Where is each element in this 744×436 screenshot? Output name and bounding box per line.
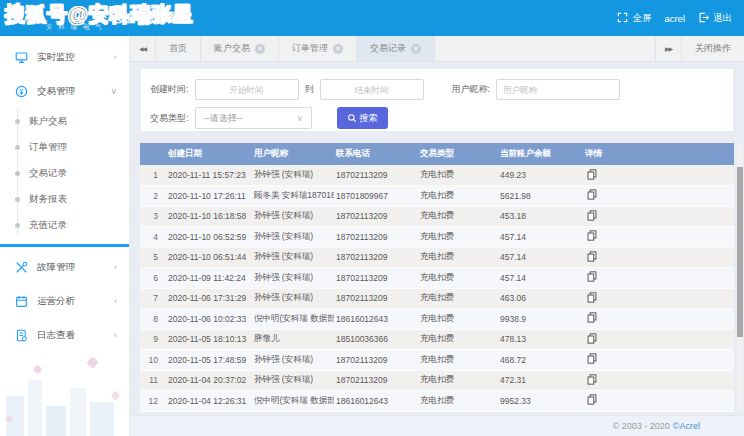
- table-row[interactable]: 22020-11-10 17:26:11顾冬美 安科瑞1870180187018…: [140, 186, 734, 207]
- cell-balance: 472.31: [498, 370, 583, 391]
- created-time-label: 创建时间:: [150, 83, 189, 96]
- cell-created-date: 2020-11-04 20:37:02: [166, 370, 252, 391]
- table-row[interactable]: 12020-11-11 15:57:23孙钟强 (安科瑞)18702113209…: [140, 165, 734, 186]
- cell-balance: 9938.9: [498, 309, 583, 330]
- end-time-input[interactable]: [320, 79, 424, 100]
- cell-phone: 18616012643: [334, 391, 418, 412]
- detail-button[interactable]: [587, 230, 597, 243]
- filter-row-1: 创建时间: 到 用户昵称:: [150, 79, 620, 100]
- cell-nickname: 孙钟强 (安科瑞): [252, 370, 334, 391]
- butterfly-shape: [86, 358, 99, 369]
- sidebar-subitem-finance-report[interactable]: 财务报表: [0, 186, 129, 212]
- cell-type: 充电扣费: [418, 370, 498, 391]
- row-index: 5: [140, 247, 166, 268]
- column-header: 用户昵称: [252, 143, 334, 165]
- detail-button[interactable]: [587, 312, 597, 325]
- sidebar-item-fault-manage[interactable]: 故障管理‹: [0, 250, 129, 284]
- detail-button[interactable]: [587, 394, 597, 407]
- table-row[interactable]: 62020-11-09 11:42:24孙钟强 (安科瑞)18702113209…: [140, 268, 734, 289]
- illustration-shape: [46, 406, 66, 436]
- search-button[interactable]: 搜索: [337, 107, 388, 129]
- column-header: 创建日期: [166, 143, 252, 165]
- tab-account-trade[interactable]: 账户交易✕: [201, 36, 279, 61]
- table-row[interactable]: 92020-11-05 18:10:13胖墩儿18510036366充电扣费47…: [140, 329, 734, 350]
- sidebar-item-trade-manage[interactable]: 交易管理∨: [0, 74, 129, 108]
- sidebar-item-log-view[interactable]: 日志查看‹: [0, 318, 129, 352]
- monitor-icon: [15, 51, 28, 64]
- sidebar-subitem-account-trade[interactable]: 账户交易: [0, 108, 129, 134]
- footer-brand-link[interactable]: ©Acrel: [673, 421, 700, 431]
- sidebar-submenu: 账户交易订单管理交易记录财务报表充值记录: [0, 108, 129, 238]
- tabs-strip: 首页账户交易✕订单管理✕交易记录✕: [156, 36, 435, 61]
- cell-type: 充电扣费: [418, 165, 498, 186]
- close-operations-button[interactable]: 关闭操作: [681, 36, 744, 61]
- table-row[interactable]: 102020-11-05 17:48:59孙钟强 (安科瑞)1870211320…: [140, 350, 734, 371]
- detail-button[interactable]: [587, 189, 597, 202]
- fullscreen-button[interactable]: 全屏: [617, 12, 651, 25]
- footer: © 2003 - 2020 ©Acrel: [130, 415, 744, 436]
- scrollbar-thumb[interactable]: [737, 167, 743, 337]
- sidebar-item-label: 交易管理: [37, 85, 75, 98]
- cell-type: 充电扣费: [418, 227, 498, 248]
- sidebar-subitem-order-manage[interactable]: 订单管理: [0, 134, 129, 160]
- table-row[interactable]: 42020-11-10 06:52:59孙钟强 (安科瑞)18702113209…: [140, 227, 734, 248]
- start-time-input[interactable]: [195, 79, 299, 100]
- row-index: 6: [140, 268, 166, 289]
- nickname-input[interactable]: [496, 79, 620, 100]
- sidebar-item-label: 运营分析: [37, 295, 75, 308]
- cell-balance: 5621.98: [498, 186, 583, 207]
- cell-created-date: 2020-11-09 11:42:24: [166, 268, 252, 289]
- table-row[interactable]: 52020-11-10 06:51:44孙钟强 (安科瑞)18702113209…: [140, 247, 734, 268]
- tabbar-right: ▶▶ 关闭操作: [655, 36, 744, 61]
- cell-type: 充电扣费: [418, 391, 498, 412]
- analysis-icon: [15, 295, 28, 308]
- detail-button[interactable]: [587, 374, 597, 387]
- brand-subtitle: 安 科 瑞 电 气: [46, 23, 104, 32]
- cell-created-date: 2020-11-05 17:48:59: [166, 350, 252, 371]
- table-row[interactable]: 122020-11-04 12:26:31倪中明(安科瑞 数据部)1186160…: [140, 391, 734, 412]
- cell-created-date: 2020-11-06 10:02:33: [166, 309, 252, 330]
- detail-button[interactable]: [587, 210, 597, 223]
- logout-button[interactable]: 退出: [698, 12, 732, 25]
- cell-type: 充电扣费: [418, 350, 498, 371]
- detail-button[interactable]: [587, 292, 597, 305]
- illustration-shape: [90, 402, 114, 436]
- tabs-scroll-left-button[interactable]: ◀◀: [130, 36, 156, 61]
- sidebar: 实时监控‹交易管理∨账户交易订单管理交易记录财务报表充值记录故障管理‹运营分析‹…: [0, 36, 130, 436]
- cell-type: 充电扣费: [418, 247, 498, 268]
- detail-button[interactable]: [587, 271, 597, 284]
- detail-button[interactable]: [587, 251, 597, 264]
- tab-trade-record[interactable]: 交易记录✕: [357, 36, 435, 61]
- tab-close-icon[interactable]: ✕: [411, 44, 421, 54]
- sidebar-subitem-recharge-record[interactable]: 充值记录: [0, 212, 129, 238]
- detail-button[interactable]: [587, 333, 597, 346]
- transaction-type-select[interactable]: --请选择-- ∨: [195, 107, 312, 129]
- tab-close-icon[interactable]: ✕: [333, 44, 343, 54]
- row-index: 8: [140, 309, 166, 330]
- search-icon: [347, 113, 357, 123]
- search-label: 搜索: [360, 112, 378, 125]
- cell-balance: 468.72: [498, 350, 583, 371]
- sidebar-subitem-label: 充值记录: [29, 219, 67, 232]
- detail-button[interactable]: [587, 169, 597, 182]
- logout-icon: [698, 12, 709, 25]
- table-row[interactable]: 32020-11-10 16:18:58孙钟强 (安科瑞)18702113209…: [140, 206, 734, 227]
- cell-nickname: 孙钟强 (安科瑞): [252, 350, 334, 371]
- row-index: 2: [140, 186, 166, 207]
- table-row[interactable]: 72020-11-06 17:31:29孙钟强 (安科瑞)18702113209…: [140, 288, 734, 309]
- username[interactable]: acrel: [664, 13, 685, 24]
- tab-home[interactable]: 首页: [156, 36, 201, 61]
- copy-detail-icon: [587, 292, 597, 305]
- table-row[interactable]: 112020-11-04 20:37:02孙钟强 (安科瑞)1870211320…: [140, 370, 734, 391]
- vertical-scrollbar[interactable]: [737, 143, 743, 411]
- cell-nickname: 倪中明(安科瑞 数据部)1: [252, 309, 334, 330]
- sidebar-subitem-trade-record[interactable]: 交易记录: [0, 160, 129, 186]
- sidebar-item-realtime-monitor[interactable]: 实时监控‹: [0, 40, 129, 74]
- table-row[interactable]: 82020-11-06 10:02:33倪中明(安科瑞 数据部)11861601…: [140, 309, 734, 330]
- tab-close-icon[interactable]: ✕: [255, 44, 265, 54]
- tabs-scroll-right-button[interactable]: ▶▶: [655, 36, 681, 61]
- tab-order-manage[interactable]: 订单管理✕: [279, 36, 357, 61]
- sidebar-item-label: 故障管理: [37, 261, 75, 274]
- sidebar-item-operation-analysis[interactable]: 运营分析‹: [0, 284, 129, 318]
- detail-button[interactable]: [587, 353, 597, 366]
